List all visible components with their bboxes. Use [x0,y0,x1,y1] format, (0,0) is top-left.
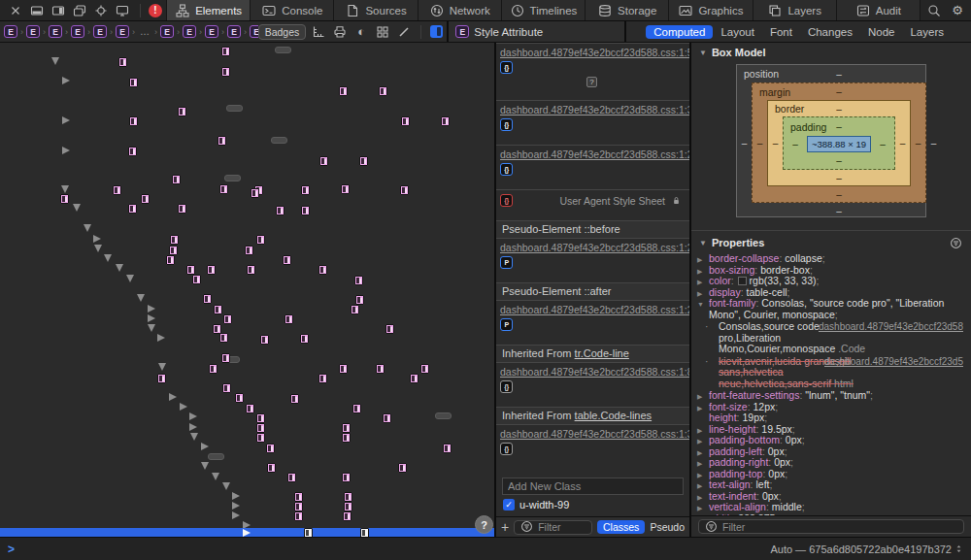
tab-sources[interactable]: Sources [333,0,417,20]
dom-node-badge[interactable] [294,511,303,521]
position-top-value[interactable]: – [836,69,842,80]
dom-node-badge[interactable] [341,184,350,194]
dom-node-badge[interactable] [256,235,265,245]
position-right-value[interactable]: – [926,82,941,203]
disclosure-triangle-expanded[interactable] [222,482,230,490]
dom-node-badge[interactable] [301,206,310,215]
disclosure-triangle-expanded[interactable] [116,264,123,272]
disclosure-triangle-collapsed[interactable] [62,147,70,154]
tab-node[interactable]: Node [860,25,903,39]
filter-icon[interactable] [948,235,963,250]
dom-node-badge[interactable] [223,314,232,324]
dom-node-badge[interactable] [221,47,230,56]
target-icon[interactable] [93,3,109,18]
dom-node-badge[interactable] [128,204,137,214]
computed-filter-field[interactable] [698,519,964,534]
classes-button[interactable]: Classes [597,520,645,534]
execution-context-picker[interactable]: Auto — 675a6d805722ab0e4197b372 [770,544,963,555]
stylesheet-icon[interactable]: {} [500,194,513,207]
tab-graphics[interactable]: Graphics [668,0,752,20]
disclosure-triangle-expanded[interactable] [73,204,81,212]
close-icon[interactable] [8,3,23,18]
position-left-value[interactable]: – [737,82,752,203]
rule-type-icon[interactable]: P [500,256,513,269]
rule-type-icon[interactable]: P [500,318,513,331]
dom-node-badge[interactable] [219,333,228,343]
dom-node-badge[interactable] [192,275,201,284]
search-icon[interactable] [926,3,942,18]
breadcrumb-element-badge[interactable]: E [250,25,258,38]
dom-node-badge[interactable] [300,334,309,344]
tab-audit[interactable]: Audit [836,0,920,20]
dom-node-badge[interactable] [169,246,178,255]
dom-node-badge[interactable] [222,383,231,393]
disclosure-triangle-collapsed[interactable] [180,403,187,411]
css-property-row[interactable]: ▼font-family: Consolas, "source code pro… [697,298,963,320]
dom-node-badge[interactable] [342,423,351,433]
dom-node-badge[interactable] [141,194,150,204]
css-property-row[interactable]: ▶box-sizing: border-box; [697,265,963,277]
rule-type-icon[interactable]: {} [500,163,513,176]
pseudo-button[interactable]: Pseudo [650,521,685,533]
stylesheet-source-link[interactable]: dashboard.4879ef43e2bccf23d588.css:1:380… [500,428,689,440]
tab-timelines[interactable]: Timelines [501,0,585,20]
issues-badge[interactable]: ! [149,4,162,17]
dom-node-badge[interactable] [344,492,352,502]
stylesheet-source-link[interactable]: dashboard.4879ef43e2bccf23d588.css:1:386… [500,104,689,115]
dom-node-badge[interactable] [178,204,186,214]
stylesheet-source-link[interactable]: dashboard.4879ef43e2bccf23d58 [819,321,963,333]
dom-node-badge[interactable] [294,502,303,511]
dock-side-icon[interactable] [50,3,66,18]
disclosure-triangle-expanded[interactable] [104,254,112,262]
dom-node-badge[interactable] [256,413,265,423]
dom-node-badge[interactable] [128,147,137,156]
tab-elements[interactable]: Elements [166,0,250,20]
disclosure-triangle-expanded[interactable] [51,57,59,65]
disclosure-triangle-expanded[interactable]: ▼ [697,299,704,311]
tab-storage[interactable]: Storage [585,0,668,20]
disclosure-triangle-icon[interactable]: ▼ [699,49,707,57]
dom-node-badge[interactable] [400,185,409,195]
grid-icon[interactable] [375,24,390,40]
dom-node-badge[interactable] [360,528,369,537]
dom-node-badge[interactable] [318,374,327,383]
dom-node-badge[interactable] [410,374,419,383]
dom-node-badge[interactable] [420,364,429,374]
display-icon[interactable] [115,3,130,18]
styles-filter-field[interactable] [514,520,592,535]
dom-node-badge[interactable] [359,156,368,166]
breadcrumb-element-badge[interactable]: E [4,25,17,38]
breadcrumb-element-badge[interactable]: E [71,25,84,38]
disclosure-triangle-collapsed[interactable] [62,116,70,124]
disclosure-triangle-collapsed[interactable] [232,511,240,519]
text-pill[interactable] [275,47,291,53]
printer-icon[interactable] [332,24,348,40]
disclosure-triangle-collapsed[interactable] [189,423,197,431]
dom-node-badge[interactable] [157,374,166,383]
dom-node-badge[interactable] [342,473,351,482]
tab-font[interactable]: Font [762,25,800,39]
disclosure-triangle-collapsed[interactable] [148,305,155,313]
padding-bottom-value[interactable]: – [784,152,894,169]
padding-left-value[interactable]: – [784,136,807,152]
disclosure-triangle-expanded[interactable] [158,363,166,371]
dom-node-badge[interactable] [221,67,230,77]
border-top-value[interactable]: – [836,104,842,115]
dom-node-badge[interactable] [287,473,296,482]
dom-node-badge[interactable] [118,57,127,67]
disclosure-triangle-expanded[interactable] [84,224,91,232]
text-pill[interactable] [271,137,287,144]
breadcrumb-element-badge[interactable]: E [205,25,218,38]
padding-top-value[interactable]: – [836,121,842,132]
stylesheet-source-link[interactable]: dashboard.4879ef43e2bccf23d588.css:1:831… [500,366,689,378]
inspect-element-icon[interactable] [430,25,443,38]
tab-layout[interactable]: Layout [713,25,762,39]
disclosure-triangle-expanded[interactable] [201,462,209,470]
dom-node-badge[interactable] [203,294,212,304]
dom-node-badge[interactable] [441,116,450,126]
ruler-icon[interactable] [311,24,326,40]
dom-node-badge[interactable] [319,156,328,166]
dom-node-badge[interactable] [267,463,276,473]
contrast-icon[interactable]: ◐ [353,24,369,40]
inherited-selector-link[interactable]: table.Code-lines [575,410,653,421]
